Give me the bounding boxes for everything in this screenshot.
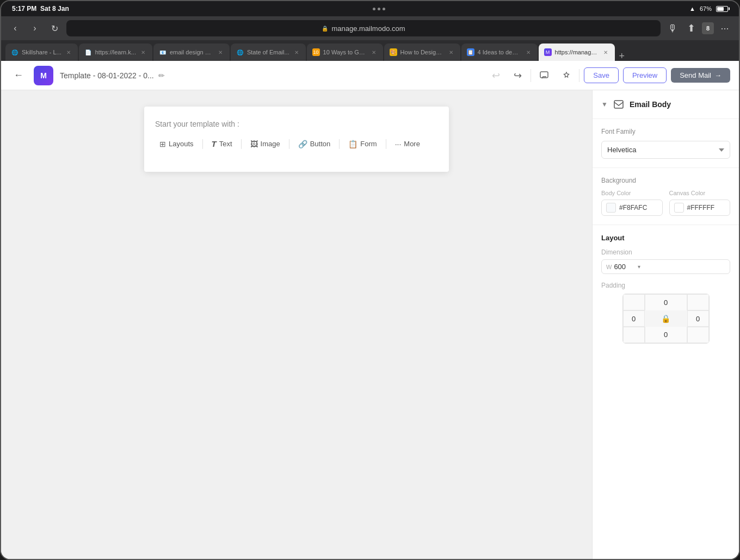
layouts-icon: ⊞ (159, 140, 166, 148)
redo-button[interactable]: ↪ (509, 67, 526, 84)
padding-grid: 0 0 🔒 0 0 (622, 294, 710, 344)
send-mail-button[interactable]: Send Mail → (671, 68, 730, 83)
body-color-item: Body Color #F8FAFC (601, 190, 663, 216)
dimension-input[interactable] (614, 263, 636, 271)
tab-email-design[interactable]: 📧 email design b... ✕ (153, 43, 230, 61)
new-tab-button[interactable]: + (616, 51, 628, 61)
tab-close-1[interactable]: ✕ (65, 48, 72, 56)
preview-button[interactable]: Preview (623, 67, 667, 83)
text-button[interactable]: T Text (207, 137, 237, 151)
tab-label-6: How to Design... (400, 49, 444, 55)
comments-button[interactable] (535, 67, 553, 84)
pad-bottom-input[interactable]: 0 (645, 327, 687, 343)
email-body-icon (612, 98, 625, 111)
status-right: ▲ 67% (689, 5, 728, 12)
tab-skillshare[interactable]: 🌐 Skillshare - L... ✕ (5, 43, 78, 61)
tab-close-6[interactable]: ✕ (447, 48, 455, 56)
tab-close-3[interactable]: ✕ (217, 48, 224, 56)
canvas-color-swatch-row[interactable]: #FFFFFF (669, 200, 731, 216)
tab-close-5[interactable]: ✕ (370, 48, 378, 56)
dimension-input-wrapper[interactable]: W ▾ (601, 259, 730, 274)
microphone-button[interactable]: 🎙 (665, 21, 680, 36)
image-icon: 🖼 (250, 140, 258, 148)
magic-wand-button[interactable] (557, 67, 575, 84)
toolbar-divider-2 (579, 69, 579, 82)
tab-close-4[interactable]: ✕ (293, 48, 300, 56)
status-time: 5:17 PM Sat 8 Jan (12, 5, 69, 13)
url-bar[interactable]: 🔒 manage.mailmodo.com (66, 20, 661, 36)
dimension-dropdown-arrow[interactable]: ▾ (638, 264, 640, 270)
canvas-area: Start your template with : ⊞ Layouts T T… (1, 90, 592, 559)
more-button[interactable]: ··· More (391, 138, 424, 151)
background-section: Background Body Color #F8FAFC Canvas Col… (593, 168, 739, 225)
panel-collapse-button[interactable]: ▼ (601, 101, 608, 108)
image-button[interactable]: 🖼 Image (246, 138, 285, 151)
button-button[interactable]: 🔗 Button (294, 138, 335, 151)
font-family-section: Font Family Helvetica Arial Georgia Verd… (593, 119, 739, 168)
edit-icon[interactable]: ✏ (158, 71, 165, 80)
tab-close-8[interactable]: ✕ (602, 48, 609, 56)
pad-lock-icon[interactable]: 🔒 (645, 310, 687, 327)
pad-top-input[interactable]: 0 (645, 294, 687, 310)
canvas-color-hex: #FFFFFF (687, 204, 715, 211)
tab-favicon-2: 📄 (84, 48, 92, 56)
action-divider-2 (241, 139, 242, 149)
pad-left-input[interactable]: 0 (623, 310, 645, 327)
tab-close-2[interactable]: ✕ (139, 48, 147, 56)
body-color-label: Body Color (601, 190, 663, 196)
tab-close-7[interactable]: ✕ (525, 48, 532, 56)
action-divider-5 (386, 139, 386, 149)
tab-count-button[interactable]: 8 (702, 22, 714, 34)
tab-favicon-6: 🎨 (390, 48, 397, 56)
layout-title: Layout (601, 234, 730, 242)
tab-favicon-4: 🌐 (236, 48, 244, 56)
tab-4-ideas[interactable]: 📋 4 Ideas to desi... ✕ (461, 43, 538, 61)
canvas-color-swatch (674, 203, 684, 213)
tab-favicon-7: 📋 (467, 48, 474, 56)
text-icon: T (212, 139, 217, 148)
canvas-color-label: Canvas Color (669, 190, 731, 196)
font-family-select[interactable]: Helvetica Arial Georgia Verdana (601, 141, 730, 159)
tab-state-of-email[interactable]: 🌐 State of Email... ✕ (231, 43, 306, 61)
form-button[interactable]: 📋 Form (344, 138, 381, 151)
share-button[interactable]: ⬆ (683, 21, 699, 36)
layout-section: Layout Dimension W ▾ Padding 0 (593, 225, 739, 352)
tab-favicon-8: M (544, 48, 552, 56)
pad-empty-bl (623, 327, 645, 343)
action-divider-3 (289, 139, 289, 149)
forward-nav-button[interactable]: › (27, 21, 42, 36)
tab-learn[interactable]: 📄 https://learn.k... ✕ (79, 43, 152, 61)
more-icon: ··· (395, 140, 402, 148)
app-header: ← M Template - 08-01-2022 - 0... ✏ ↩ ↪ S… (1, 61, 739, 90)
tab-label-8: https://manage... (555, 49, 599, 55)
tab-favicon-3: 📧 (159, 48, 166, 56)
tab-10-ways[interactable]: 10 10 Ways to Ge... ✕ (307, 43, 383, 61)
back-nav-button[interactable]: ‹ (8, 21, 23, 36)
refresh-button[interactable]: ↻ (47, 21, 62, 36)
tab-label-4: State of Email... (247, 49, 289, 55)
tab-mailmodo-active[interactable]: M https://manage... ✕ (539, 43, 615, 61)
app-back-button[interactable]: ← (10, 67, 27, 84)
app-wrapper: ← M Template - 08-01-2022 - 0... ✏ ↩ ↪ S… (1, 61, 739, 559)
tab-label-7: 4 Ideas to desi... (478, 49, 521, 55)
layouts-button[interactable]: ⊞ Layouts (155, 138, 198, 151)
browser-actions: 🎙 ⬆ 8 ··· (665, 21, 732, 36)
pad-empty-tr (687, 294, 709, 310)
send-mail-label: Send Mail (680, 71, 711, 79)
browser-chrome: ‹ › ↻ 🔒 manage.mailmodo.com 🎙 ⬆ 8 ··· 🌐 … (1, 16, 739, 61)
tab-how-to-design[interactable]: 🎨 How to Design... ✕ (384, 43, 460, 61)
send-mail-arrow: → (714, 71, 721, 79)
action-divider-1 (202, 139, 203, 149)
body-color-hex: #F8FAFC (619, 204, 647, 211)
browser-toolbar: ‹ › ↻ 🔒 manage.mailmodo.com 🎙 ⬆ 8 ··· (1, 16, 739, 40)
body-color-swatch-row[interactable]: #F8FAFC (601, 200, 663, 216)
menu-button[interactable]: ··· (717, 21, 732, 36)
body-color-swatch (606, 203, 616, 213)
undo-button[interactable]: ↩ (487, 67, 504, 84)
pad-empty-tl (623, 294, 645, 310)
template-prompt: Start your template with : (155, 120, 438, 128)
save-button[interactable]: Save (584, 67, 619, 83)
pad-right-input[interactable]: 0 (687, 310, 709, 327)
status-bar: 5:17 PM Sat 8 Jan ▲ 67% (1, 1, 739, 16)
tab-favicon-1: 🌐 (11, 48, 18, 56)
